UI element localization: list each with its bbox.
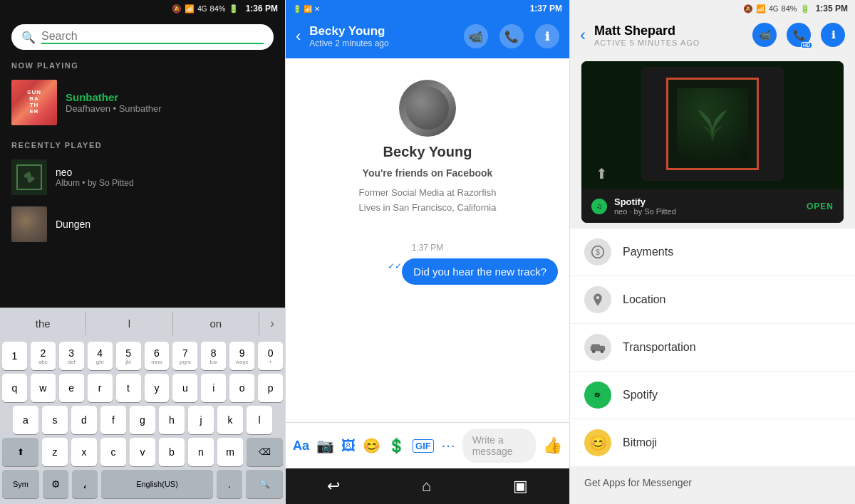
gif-icon[interactable]: GIF <box>413 439 434 453</box>
bottom-key-row: Sym ⚙ ، English(US) . 🔍 <box>2 470 283 501</box>
key-v[interactable]: v <box>130 438 155 466</box>
list-item[interactable]: Transportation <box>570 324 855 372</box>
key-2[interactable]: 2abc <box>31 342 56 370</box>
home-nav-button[interactable]: ⌂ <box>422 477 431 495</box>
key-7[interactable]: 7pqrs <box>172 342 197 370</box>
key-t[interactable]: t <box>116 374 141 402</box>
suggestion-on[interactable]: on <box>173 312 259 335</box>
back-nav-button[interactable]: ↩ <box>327 477 340 495</box>
key-h[interactable]: h <box>159 406 185 434</box>
spotify-list-icon <box>584 382 611 409</box>
location-label: Location <box>623 293 666 306</box>
search-input[interactable] <box>41 30 264 44</box>
key-5[interactable]: 5jkl <box>116 342 141 370</box>
key-0[interactable]: 0+ <box>258 342 283 370</box>
matt-header: ‹ Matt Shepard ACTIVE 5 MINUTES AGO 📹 📞 … <box>570 17 855 56</box>
matt-video-call-button[interactable]: 📹 <box>752 23 777 47</box>
key-6[interactable]: 6mno <box>145 342 170 370</box>
list-item[interactable]: Dungen <box>0 201 285 248</box>
key-c[interactable]: c <box>100 438 126 466</box>
key-s[interactable]: s <box>42 406 68 434</box>
key-g[interactable]: g <box>130 406 155 434</box>
read-receipts: ✓✓ <box>388 261 402 271</box>
key-l[interactable]: l <box>247 406 272 434</box>
period-key[interactable]: . <box>217 470 242 498</box>
key-4[interactable]: 4ghi <box>88 342 113 370</box>
zxcv-row: ⬆ z x c v b n m ⌫ <box>2 438 283 466</box>
key-n[interactable]: n <box>188 438 214 466</box>
list-item[interactable]: Location <box>570 276 855 324</box>
suggestion-arrow[interactable]: › <box>259 316 285 331</box>
svg-rect-3 <box>591 345 600 348</box>
video-call-button[interactable]: 📹 <box>464 24 488 48</box>
now-playing-artist: Deafhaven • Sunbather <box>66 103 274 114</box>
key-z[interactable]: z <box>42 438 68 466</box>
back-button[interactable]: ‹ <box>296 27 301 46</box>
list-item[interactable]: neo Album • by So Pitted <box>0 154 285 201</box>
key-m[interactable]: m <box>217 438 243 466</box>
space-key[interactable]: English(US) <box>101 470 213 498</box>
comma-key[interactable]: ، <box>72 470 98 498</box>
matt-info-button[interactable]: ℹ <box>821 23 845 47</box>
key-d[interactable]: d <box>71 406 97 434</box>
list-item[interactable]: $ Payments <box>570 229 855 276</box>
matt-phone-call-button[interactable]: 📞 HD <box>787 23 811 47</box>
messenger-contact-info: Becky Young Active 2 minutes ago <box>309 24 455 48</box>
key-1[interactable]: 1 <box>2 342 27 370</box>
like-button[interactable]: 👍 <box>543 436 562 455</box>
recent-apps-button[interactable]: ▣ <box>513 477 528 495</box>
payment-icon[interactable]: 💲 <box>388 437 405 454</box>
text-format-icon[interactable]: Aa <box>293 439 309 453</box>
key-o[interactable]: o <box>229 374 254 402</box>
matt-back-button[interactable]: ‹ <box>580 25 586 45</box>
image-icon[interactable]: 🖼 <box>341 438 356 454</box>
matt-header-actions: 📹 📞 HD ℹ <box>752 23 845 47</box>
key-j[interactable]: j <box>188 406 214 434</box>
key-a[interactable]: a <box>13 406 38 434</box>
backspace-key[interactable]: ⌫ <box>247 438 283 466</box>
shift-key[interactable]: ⬆ <box>2 438 38 466</box>
key-w[interactable]: w <box>31 374 56 402</box>
key-i[interactable]: i <box>201 374 226 402</box>
key-8[interactable]: 8tuv <box>201 342 226 370</box>
key-k[interactable]: k <box>217 406 243 434</box>
keyboard: 1 2abc 3def 4ghi 5jkl 6mno 7pqrs 8tuv 9w… <box>0 339 285 504</box>
key-y[interactable]: y <box>145 374 170 402</box>
message-input[interactable]: Write a message <box>462 429 536 463</box>
more-icon[interactable]: ⋯ <box>441 437 455 454</box>
key-9[interactable]: 9wxyz <box>229 342 254 370</box>
messenger-header: ‹ Becky Young Active 2 minutes ago 📹 📞 ℹ <box>286 17 569 58</box>
info-button[interactable]: ℹ <box>535 24 559 48</box>
key-x[interactable]: x <box>71 438 97 466</box>
list-item[interactable]: Spotify <box>570 372 855 419</box>
settings-key[interactable]: ⚙ <box>43 470 68 498</box>
sym-key[interactable]: Sym <box>2 470 39 498</box>
messenger-nav-bar: ↩ ⌂ ▣ <box>286 468 569 504</box>
search-box[interactable]: 🔍 <box>11 24 274 50</box>
spotify-open-button[interactable]: OPEN <box>807 201 834 211</box>
transportation-label: Transportation <box>623 341 696 354</box>
emoji-icon[interactable]: 😊 <box>363 437 380 454</box>
key-u[interactable]: u <box>172 374 197 402</box>
key-f[interactable]: f <box>100 406 126 434</box>
key-3[interactable]: 3def <box>59 342 84 370</box>
suggestion-l[interactable]: l <box>86 312 172 335</box>
key-r[interactable]: r <box>88 374 113 402</box>
search-key[interactable]: 🔍 <box>246 470 283 498</box>
camera-icon[interactable]: 📷 <box>316 437 334 454</box>
spotify-card-title: Spotify <box>614 196 799 207</box>
get-apps-text[interactable]: Get Apps for Messenger <box>570 467 855 493</box>
key-p[interactable]: p <box>258 374 283 402</box>
matt-panel: 🔕 📶 4G 84% 🔋 1:35 PM ‹ Matt Shepard ACTI… <box>570 0 855 504</box>
share-icon[interactable]: ⬆ <box>596 165 608 182</box>
suggestion-the[interactable]: the <box>0 312 86 335</box>
key-e[interactable]: e <box>59 374 84 402</box>
now-playing-track[interactable]: SUN BA TH ER Sunbather Deafhaven • Sunba… <box>0 74 285 131</box>
phone-call-button[interactable]: 📞 <box>499 24 524 48</box>
spotify-album-art <box>666 78 759 170</box>
bitmoji-label: Bitmoji <box>623 436 657 449</box>
list-item[interactable]: 😊 Bitmoji <box>570 419 855 467</box>
key-b[interactable]: b <box>159 438 185 466</box>
key-q[interactable]: q <box>2 374 27 402</box>
profile-name: Becky Young <box>383 144 472 160</box>
